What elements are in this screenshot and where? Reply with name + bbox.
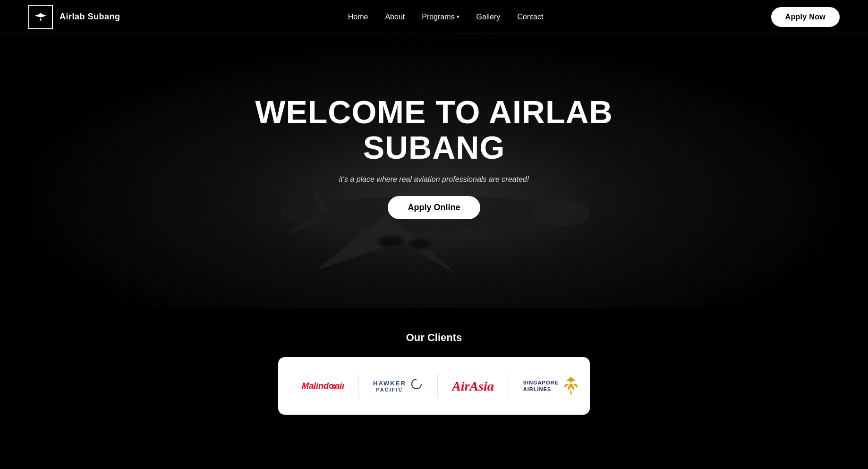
nav-links: Home About Programs ▾ Gallery Contact xyxy=(348,13,544,21)
nav-contact[interactable]: Contact xyxy=(517,13,543,21)
clients-card: Malindo ✿ air HAWKER PACIFIC xyxy=(278,357,590,415)
brand-logo xyxy=(28,5,53,29)
divider-2 xyxy=(437,374,438,398)
singapore-airlines-bird-icon xyxy=(562,375,579,397)
hero-subtitle: it's a place where real aviation profess… xyxy=(339,175,529,184)
hawker-pacific-logo: HAWKER PACIFIC xyxy=(373,377,423,394)
svg-text:AirAsia: AirAsia xyxy=(452,379,494,393)
hero-title: WELCOME TO AIRLAB SUBANG xyxy=(255,94,613,165)
svg-text:air: air xyxy=(335,381,344,391)
divider-1 xyxy=(358,374,359,398)
airasia-logo: AirAsia xyxy=(452,377,494,394)
nav-home[interactable]: Home xyxy=(348,13,368,21)
clients-title: Our Clients xyxy=(406,332,462,344)
navbar-actions: Apply Now xyxy=(771,7,840,27)
nav-about[interactable]: About xyxy=(385,13,405,21)
chevron-down-icon: ▾ xyxy=(457,14,460,20)
hero-content: WELCOME TO AIRLAB SUBANG it's a place wh… xyxy=(255,94,613,220)
hawker-emblem-icon xyxy=(410,377,423,394)
divider-3 xyxy=(509,374,509,398)
navbar: Airlab Subang Home About Programs ▾ Gall… xyxy=(0,0,868,34)
nav-gallery[interactable]: Gallery xyxy=(477,13,501,21)
malindo-air-logo: Malindo ✿ air xyxy=(302,378,344,393)
navbar-brand[interactable]: Airlab Subang xyxy=(28,5,120,29)
svg-point-7 xyxy=(410,240,429,248)
airasia-svg: AirAsia xyxy=(452,377,494,394)
apply-now-button[interactable]: Apply Now xyxy=(771,7,840,27)
singapore-airlines-logo: SINGAPORE AIRLINES xyxy=(523,375,579,397)
hero-section: WELCOME TO AIRLAB SUBANG it's a place wh… xyxy=(0,34,868,308)
apply-online-button[interactable]: Apply Online xyxy=(388,196,480,219)
clients-section: Our Clients Malindo ✿ air HAWKER PACIFIC xyxy=(0,308,868,443)
malindo-air-svg: Malindo ✿ air xyxy=(302,378,344,393)
svg-text:Malindo: Malindo xyxy=(302,381,334,391)
brand-name: Airlab Subang xyxy=(60,12,120,22)
svg-point-6 xyxy=(381,238,402,246)
logo-icon xyxy=(33,9,49,25)
nav-programs[interactable]: Programs ▾ xyxy=(422,13,459,21)
